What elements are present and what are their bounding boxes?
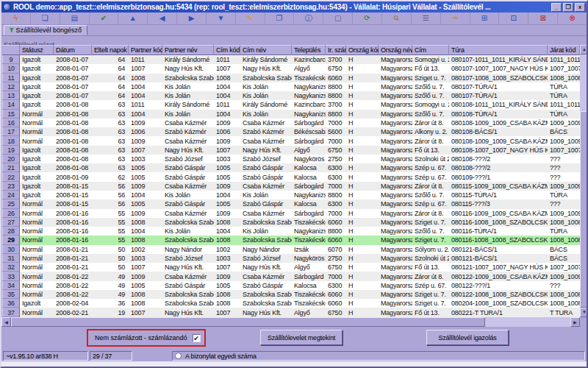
table-row[interactable]: 23Igazolt2008-01-15561009Csaba Kázmér100… xyxy=(2,182,580,191)
table-row[interactable]: 12Igazolt2008-01-07641004Kis Jolán1004Ki… xyxy=(2,82,580,91)
table-row[interactable]: 15Normál2008-01-08631004Kis Jolán1004Kis… xyxy=(2,110,580,118)
unique-doc-number-radio[interactable] xyxy=(175,353,182,359)
row-number[interactable]: 20 xyxy=(2,155,20,163)
row-number[interactable]: 26 xyxy=(2,209,20,218)
toolbar-last-record-button[interactable]: ▼ xyxy=(207,13,236,24)
column-header-2[interactable]: Dátum xyxy=(54,45,92,55)
table-row[interactable]: 28Normál2008-01-16551004Kis Jolán1004Kis… xyxy=(2,227,580,236)
table-row[interactable]: 32Normál2008-01-21501007Nagy Hús Kft.100… xyxy=(2,263,580,272)
row-number[interactable]: 17 xyxy=(2,127,20,136)
row-number[interactable]: 33 xyxy=(2,272,20,280)
column-header-9[interactable]: Ir. szám xyxy=(326,45,346,55)
table-row[interactable]: 19Igazolt2008-01-08631007Nagy Hús Kft.10… xyxy=(2,146,580,155)
table-row[interactable]: 18Normál2008-01-08631009Csaba Kázmér1009… xyxy=(2,136,580,145)
table-row[interactable]: 10Igazolt2008-01-07641007Nagy Hús Kft.10… xyxy=(2,64,580,73)
column-header-11[interactable]: Ország név xyxy=(379,45,412,55)
toolbar-prev-record-button[interactable]: ◀ xyxy=(148,13,177,24)
horizontal-scroll-thumb[interactable] xyxy=(11,317,485,327)
row-number[interactable]: 27 xyxy=(2,218,20,227)
table-row[interactable]: 25Normál2008-01-15561005Szabó Gáspár1005… xyxy=(2,199,580,208)
row-number[interactable]: 21 xyxy=(2,163,20,172)
scroll-up-icon[interactable]: ▲ xyxy=(580,45,588,54)
column-header-10[interactable]: Ország kód xyxy=(346,45,379,55)
not-invoiced-checkbox[interactable]: ✔ xyxy=(193,334,201,342)
row-number[interactable]: 12 xyxy=(2,82,20,91)
toolbar-open-button[interactable]: ❏ xyxy=(31,13,60,24)
row-number[interactable]: 28 xyxy=(2,227,20,236)
toolbar-export-grid-button[interactable]: ⊞ xyxy=(470,13,500,24)
minimize-button[interactable]: _ xyxy=(551,3,562,12)
toolbar-delete-grid-button[interactable]: ⊠ xyxy=(528,13,558,24)
row-number[interactable]: 10 xyxy=(2,64,20,73)
row-number[interactable]: 37 xyxy=(2,308,20,316)
column-header-1[interactable]: Státusz xyxy=(20,45,54,55)
row-number[interactable]: 14 xyxy=(2,100,20,109)
tab-szallitolevel-bongeszo[interactable]: Ŧ Szállítólevél böngésző xyxy=(4,25,87,35)
column-header-12[interactable]: Cím xyxy=(412,45,449,55)
view-delivery-note-button[interactable]: Szállítólevelet megtekint xyxy=(260,330,343,345)
table-row[interactable]: 9Igazolt2008-01-07641011Király Sándorné1… xyxy=(2,55,580,64)
column-header-8[interactable]: Település xyxy=(292,45,326,55)
row-number[interactable]: 29 xyxy=(2,236,20,244)
toolbar-refresh-button[interactable]: ⟳ xyxy=(353,13,382,24)
table-row[interactable]: 29Normál2008-01-16551008Szabolcska Szabo… xyxy=(2,236,580,244)
vertical-scrollbar[interactable]: ▲ ▼ xyxy=(580,45,588,317)
row-number[interactable]: 24 xyxy=(2,191,20,199)
table-row[interactable]: 21Igazolt2008-01-08631005Szabó Gáspár100… xyxy=(2,163,580,172)
toolbar-first-record-button[interactable]: ▲ xyxy=(118,13,148,24)
row-number[interactable]: 35 xyxy=(2,290,20,299)
row-number[interactable]: 36 xyxy=(2,299,20,308)
table-row[interactable]: 34Normál2008-01-22491005Szabó Gáspár1005… xyxy=(2,281,580,290)
restore-button[interactable]: ❐ xyxy=(563,3,573,12)
table-row[interactable]: 36Igazolt2008-02-04361008Szabolcska Szab… xyxy=(2,299,580,308)
row-number[interactable]: 19 xyxy=(2,146,20,155)
table-row[interactable]: 14Igazolt2008-01-08631011Király Sándorné… xyxy=(2,100,580,109)
horizontal-scrollbar[interactable]: ◀ ▶ xyxy=(1,317,580,327)
table-row[interactable]: 11Igazolt2008-01-07641008Szabolcska Szab… xyxy=(2,74,580,82)
column-header-5[interactable]: Partner név xyxy=(162,45,214,55)
table-row[interactable]: 16Normál2008-01-08631009Csaba Kázmér1009… xyxy=(2,118,580,127)
table-row[interactable]: 17Normál2008-01-08631006Szabó Kázmér1006… xyxy=(2,127,580,136)
column-header-7[interactable]: Cím név xyxy=(240,45,292,55)
row-number[interactable]: 15 xyxy=(2,110,20,118)
column-header-13[interactable]: Túra xyxy=(449,45,548,55)
row-number[interactable]: 22 xyxy=(2,172,20,181)
toolbar-accept-button[interactable]: ✔ xyxy=(90,13,119,24)
toolbar-edit-button[interactable]: ✎ xyxy=(236,13,265,24)
toolbar-stamp-button[interactable]: ✑ xyxy=(441,13,470,24)
table-row[interactable]: 30Normál2008-01-21501002Nagy Nándor1002N… xyxy=(2,245,580,254)
close-window-button[interactable]: x xyxy=(575,3,585,12)
toolbar-search-button[interactable]: ⚲ xyxy=(382,13,412,24)
table-row[interactable]: 33Normál2008-01-22491009Csaba Kázmér1009… xyxy=(2,272,580,280)
table-row[interactable]: 26Normál2008-01-16551009Csaba Kázmér1009… xyxy=(2,209,580,218)
table-row[interactable]: 24Igazolt2008-01-15561004Kis Jolán1004Ki… xyxy=(2,191,580,199)
row-number[interactable]: 31 xyxy=(2,254,20,263)
row-number[interactable]: 32 xyxy=(2,263,20,272)
table-row[interactable]: 35Normál2008-01-22491008Szabolcska Szabo… xyxy=(2,290,580,299)
toolbar-close-button[interactable]: ⊗ xyxy=(558,13,587,24)
row-number[interactable]: 23 xyxy=(2,182,20,191)
column-header-3[interactable]: Eltelt napok xyxy=(92,45,129,55)
table-row[interactable]: 20Igazolt2008-01-08631003Szabó József100… xyxy=(2,155,580,163)
table-row[interactable]: 37Normál2008-02-21191007Nagy Hús Kft.100… xyxy=(2,308,580,316)
scroll-right-icon[interactable]: ▶ xyxy=(570,317,580,327)
row-number[interactable]: 13 xyxy=(2,91,20,100)
toolbar-copy-button[interactable]: ❒ xyxy=(265,13,295,24)
column-header-14[interactable]: Járat kód xyxy=(548,45,580,55)
row-number[interactable]: 34 xyxy=(2,281,20,290)
table-row[interactable]: 31Normál2008-01-21501003Szabó József1003… xyxy=(2,254,580,263)
column-header-4[interactable]: Partner kód xyxy=(129,45,162,55)
toolbar-rows-button[interactable]: ☰ xyxy=(412,13,441,24)
scroll-left-icon[interactable]: ◀ xyxy=(1,317,11,327)
toolbar-power-button[interactable]: ϟ xyxy=(1,13,31,24)
row-number[interactable]: 18 xyxy=(2,136,20,145)
row-number[interactable]: 30 xyxy=(2,245,20,254)
row-number[interactable]: 11 xyxy=(2,74,20,82)
table-row[interactable]: 13Igazolt2008-01-07641004Kis Jolán1004Ki… xyxy=(2,91,580,100)
row-number[interactable]: 16 xyxy=(2,118,20,127)
confirm-delivery-note-button[interactable]: Szállítólevél igazolás xyxy=(426,330,509,345)
toolbar-window-button[interactable]: ▢ xyxy=(323,13,353,24)
row-number[interactable]: 9 xyxy=(2,55,20,64)
toolbar-next-record-button[interactable]: ▶ xyxy=(177,13,207,24)
table-row[interactable]: 22Igazolt2008-01-09621005Szabó Gáspár100… xyxy=(2,172,580,181)
